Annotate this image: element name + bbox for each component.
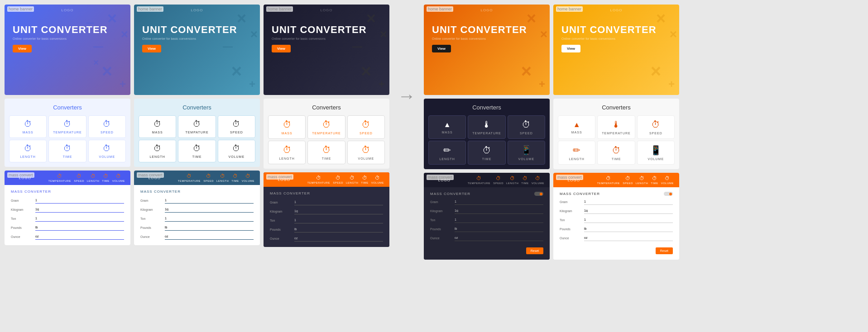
gram-input-blue[interactable] xyxy=(35,197,124,204)
converter-length-blue[interactable]: ⏱ LENGTH xyxy=(9,140,47,162)
converter-time-blue[interactable]: ⏱ TIME xyxy=(48,140,86,162)
oz-input-teal[interactable] xyxy=(165,233,254,240)
banner-btn-dark[interactable]: View xyxy=(272,45,291,52)
ton-input-od[interactable] xyxy=(455,217,543,223)
ton-input-teal[interactable] xyxy=(165,215,254,222)
converter-time-od[interactable]: ⏱ TIME xyxy=(468,141,505,165)
converters-grid-teal: ⏱ MASS ⏱ TEMPATURE ⏱ SPEED ⏱ LENGTH ⏱ xyxy=(139,115,255,162)
banner-btn-orange-dark[interactable]: View xyxy=(432,45,451,52)
oz-input-lo[interactable] xyxy=(584,235,673,241)
nav-time-od[interactable]: ⏱ TIME xyxy=(521,175,528,185)
converter-mass-teal[interactable]: ⏱ MASS xyxy=(139,115,176,138)
converter-temp-od[interactable]: 🌡 TEMPERATURE xyxy=(468,115,505,139)
lb-input-teal[interactable] xyxy=(165,224,254,231)
nav-speed-blue[interactable]: ⏱ SPEED xyxy=(74,173,84,182)
converter-mass-blue[interactable]: ⏱ MASS xyxy=(9,115,47,138)
converter-length-lo[interactable]: ✏ LENGTH xyxy=(558,141,595,165)
gram-input-dark[interactable] xyxy=(294,199,383,205)
converter-time-teal[interactable]: ⏱ TIME xyxy=(178,140,216,162)
converter-mass-lo[interactable]: ▲ MASS xyxy=(558,115,595,139)
kg-input-lo[interactable] xyxy=(584,208,673,214)
converter-volume-teal[interactable]: ⏱ VOLUME xyxy=(218,140,255,162)
kg-input-teal[interactable] xyxy=(165,206,254,213)
converter-length-od[interactable]: ✏ LENGTH xyxy=(428,141,466,165)
converter-length-dark[interactable]: ⏱ LENGTH xyxy=(268,141,306,164)
converter-volume-dark[interactable]: ⏱ VOLUME xyxy=(347,141,385,164)
converter-time-dark[interactable]: ⏱ TIME xyxy=(307,141,345,164)
mass-body-lo: MASS CONVERTER Gram Kilogram T xyxy=(553,187,679,260)
kg-input-od[interactable] xyxy=(455,208,543,214)
nav-volume-lo[interactable]: ⏱ VOLUME xyxy=(661,175,674,185)
lb-input-dark[interactable] xyxy=(294,226,383,232)
lb-input-blue[interactable] xyxy=(35,224,124,231)
toggle-switch-od[interactable] xyxy=(534,192,543,196)
converter-length-teal[interactable]: ⏱ LENGTH xyxy=(139,140,176,162)
nav-speed-dark[interactable]: ⏱ SPEED xyxy=(333,175,343,184)
converter-speed-dark[interactable]: ⏱ SPEED xyxy=(347,115,385,139)
lb-input-lo[interactable] xyxy=(584,226,673,232)
oz-input-dark[interactable] xyxy=(294,235,383,242)
nav-length-blue[interactable]: ⏱ LENGTH xyxy=(87,173,99,182)
banner-subtitle-dark: Online converter for basic conversions xyxy=(272,37,381,40)
nav-time-blue[interactable]: ⏱ TIME xyxy=(102,173,109,182)
nav-volume-teal[interactable]: ⏱ VOLUME xyxy=(242,173,254,182)
kg-input-blue[interactable] xyxy=(35,206,124,213)
mass-convert-btn-lo[interactable]: Reset xyxy=(656,247,673,254)
lb-input-od[interactable] xyxy=(455,226,543,232)
nav-time-lo[interactable]: ⏱ TIME xyxy=(651,175,658,185)
converter-speed-od[interactable]: ⏱ SPEED xyxy=(508,115,545,139)
converter-temp-dark[interactable]: ⏱ TEMPERATURE xyxy=(307,115,345,139)
ton-input-lo[interactable] xyxy=(584,217,673,223)
temp-label-blue: TEMPERATURE xyxy=(53,131,82,134)
converter-temp-teal[interactable]: ⏱ TEMPATURE xyxy=(178,115,216,138)
nav-temp-lo[interactable]: ⏱ TEMPERATURE xyxy=(597,175,620,185)
mass-convert-btn-od[interactable]: Reset xyxy=(526,247,543,254)
kg-input-dark[interactable] xyxy=(294,208,383,214)
converter-speed-lo[interactable]: ⏱ SPEED xyxy=(637,115,675,139)
banner-btn-blue[interactable]: View xyxy=(13,45,32,52)
nav-time-lbl-blue: TIME xyxy=(102,180,109,182)
converter-speed-blue[interactable]: ⏱ SPEED xyxy=(88,115,126,138)
ton-input-blue[interactable] xyxy=(35,215,124,222)
nav-length-lo[interactable]: ⏱ LENGTH xyxy=(636,175,648,185)
oz-input-blue[interactable] xyxy=(35,233,124,240)
nav-temp-od[interactable]: ⏱ TEMPERATURE xyxy=(468,175,490,185)
nav-temp-dark[interactable]: ⏱ TEMPERATURE xyxy=(307,175,330,184)
nav-length-od[interactable]: ⏱ LENGTH xyxy=(506,175,518,185)
banner-teal: LOGO × × × + — UNIT CONVERTER Online con… xyxy=(134,5,260,95)
banner-btn-teal[interactable]: View xyxy=(142,45,161,52)
converter-temp-blue[interactable]: ⏱ TEMPERATURE xyxy=(48,115,86,138)
mass-card-dark: mass convert LOGO ⏱ TEMPERATURE ⏱ SPEED … xyxy=(264,172,389,247)
ton-input-dark[interactable] xyxy=(294,217,383,223)
gram-input-lo[interactable] xyxy=(584,199,673,205)
nav-speed-od[interactable]: ⏱ SPEED xyxy=(493,175,504,185)
converter-mass-od[interactable]: ▲ MASS xyxy=(428,115,466,139)
nav-volume-blue[interactable]: ⏱ VOLUME xyxy=(112,173,125,182)
converter-mass-dark[interactable]: ⏱ MASS xyxy=(268,115,306,139)
converter-speed-teal[interactable]: ⏱ SPEED xyxy=(218,115,255,138)
converter-volume-blue[interactable]: ⏱ VOLUME xyxy=(88,140,126,162)
oz-input-od[interactable] xyxy=(455,235,543,241)
nav-volume-dark[interactable]: ⏱ VOLUME xyxy=(371,175,384,184)
nav-speed-lo[interactable]: ⏱ SPEED xyxy=(623,175,633,185)
gram-input-teal[interactable] xyxy=(165,197,254,204)
mass-label-blue: MASS xyxy=(23,131,34,134)
mass-section-title-od: MASS CONVERTER xyxy=(430,192,470,196)
nav-volume-od[interactable]: ⏱ VOLUME xyxy=(532,175,544,185)
nav-temp-blue[interactable]: ⏱ TEMPERATURE xyxy=(48,173,71,182)
converter-volume-lo[interactable]: 📱 VOLUME xyxy=(637,141,675,165)
nav-time-teal[interactable]: ⏱ TIME xyxy=(231,173,239,182)
converter-volume-od[interactable]: 📱 VOLUME xyxy=(508,141,545,165)
nav-speed-teal[interactable]: ⏱ SPEED xyxy=(203,173,214,182)
nav-time-dark[interactable]: ⏱ TIME xyxy=(361,175,368,184)
gram-input-od[interactable] xyxy=(455,199,543,205)
math-decor-orange-dark: × × × + xyxy=(480,5,550,95)
nav-length-teal[interactable]: ⏱ LENGTH xyxy=(216,173,229,182)
nav-temp-teal[interactable]: ⏱ TEMPERATURE xyxy=(178,173,201,182)
toggle-switch-lo[interactable] xyxy=(664,192,673,196)
banner-btn-lo[interactable]: View xyxy=(561,45,580,52)
mass-nav-items-lo: ⏱ TEMPERATURE ⏱ SPEED ⏱ LENGTH ⏱ TIME xyxy=(594,175,677,185)
converter-time-lo[interactable]: ⏱ TIME xyxy=(597,141,635,165)
converter-temp-lo[interactable]: 🌡 TEMPERATURE xyxy=(597,115,635,139)
nav-length-dark[interactable]: ⏱ LENGTH xyxy=(346,175,358,184)
